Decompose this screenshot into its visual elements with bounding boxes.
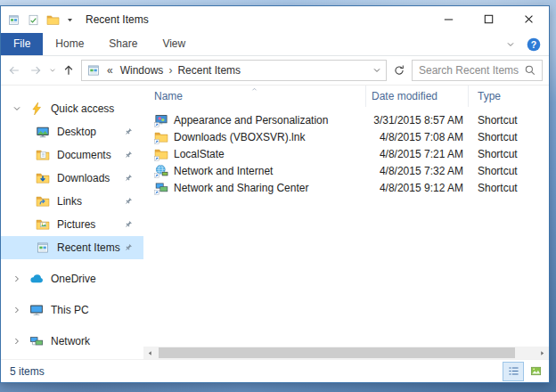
desktop-icon — [36, 125, 50, 139]
pin-icon[interactable] — [122, 173, 134, 184]
file-row[interactable]: Appearance and Personalization3/31/2015 … — [143, 111, 549, 128]
folder-link-icon — [36, 194, 50, 208]
details-view-icon — [507, 364, 520, 378]
horizontal-scrollbar[interactable] — [143, 347, 549, 359]
sidebar-item-links[interactable]: Links — [1, 190, 143, 213]
file-name: Appearance and Personalization — [174, 114, 328, 127]
recent-icon — [36, 241, 50, 255]
expand-ribbon-icon[interactable] — [506, 40, 515, 49]
pin-icon[interactable] — [122, 150, 134, 161]
file-name-cell: Network and Sharing Center — [143, 181, 366, 195]
ribbon-tab-home[interactable]: Home — [43, 33, 96, 55]
breadcrumb-item-windows[interactable]: Windows — [116, 64, 168, 77]
breadcrumb: Windows›Recent Items — [116, 64, 245, 77]
file-date-modified: 4/8/2015 7:08 AM — [366, 131, 469, 143]
file-date-modified: 4/8/2015 9:12 AM — [366, 182, 469, 194]
file-name-cell: LocalState — [143, 147, 366, 161]
sort-ascending-icon[interactable] — [249, 86, 259, 92]
chevron-right-icon[interactable] — [12, 306, 21, 314]
window-title: Recent Items — [86, 13, 149, 26]
breadcrumb-separator: › — [168, 64, 172, 77]
desktop-wallpaper: Recent Items FileHomeShareView « Window — [0, 0, 556, 392]
ribbon-tab-share[interactable]: Share — [96, 33, 150, 55]
file-type: Shortcut — [469, 114, 549, 127]
items-count: 5 items — [10, 365, 45, 378]
chevron-down-icon[interactable] — [12, 104, 21, 113]
sidebar-item-this-pc[interactable]: This PC — [1, 298, 143, 322]
sidebar-item-pictures[interactable]: Pictures — [1, 213, 143, 236]
large-icons-view-button[interactable] — [525, 362, 546, 381]
ribbon-tab-file[interactable]: File — [1, 33, 43, 55]
up-button[interactable] — [58, 60, 79, 81]
breadcrumb-overflow[interactable]: « — [107, 64, 113, 77]
refresh-button[interactable] — [388, 60, 410, 81]
status-bar: 5 items — [1, 359, 549, 382]
scroll-right-arrow[interactable] — [536, 347, 549, 359]
help-icon[interactable] — [527, 37, 541, 52]
pin-icon[interactable] — [122, 242, 134, 254]
column-headers: NameDate modifiedType — [143, 86, 549, 107]
net-internet-icon — [154, 164, 168, 178]
folder-sc-icon — [154, 130, 168, 144]
ribbon-tabs: FileHomeShareView — [1, 33, 198, 55]
file-name: Downloads (VBOXSVR).lnk — [174, 131, 305, 143]
address-dropdown-icon[interactable] — [372, 66, 381, 75]
search-icon[interactable] — [524, 64, 536, 77]
chevron-right-icon[interactable] — [12, 337, 21, 346]
pin-icon[interactable] — [122, 127, 134, 138]
lightning-icon — [29, 102, 44, 116]
scroll-left-arrow[interactable] — [143, 347, 157, 359]
chevron-right-icon[interactable] — [12, 274, 21, 283]
window-controls — [429, 6, 549, 32]
forward-button[interactable] — [25, 60, 46, 81]
address-bar[interactable]: « Windows›Recent Items — [81, 60, 387, 81]
new-folder-icon[interactable] — [46, 13, 60, 27]
file-name-cell: Network and Internet — [143, 164, 366, 178]
search-box[interactable] — [412, 60, 543, 81]
back-button[interactable] — [4, 60, 25, 81]
sidebar-item-label: Network — [51, 335, 90, 347]
folder-sc-icon — [154, 147, 168, 161]
ribbon-tab-view[interactable]: View — [150, 33, 198, 55]
sidebar-item-network[interactable]: Network — [1, 330, 143, 353]
titlebar[interactable]: Recent Items — [1, 6, 549, 33]
sidebar-item-recent-items[interactable]: Recent Items — [1, 236, 143, 259]
column-header-type[interactable]: Type — [469, 86, 549, 107]
sidebar-item-downloads[interactable]: Downloads — [1, 167, 143, 190]
file-list: Appearance and Personalization3/31/2015 … — [143, 107, 549, 347]
scrollbar-thumb[interactable] — [159, 347, 515, 358]
file-row[interactable]: Network and Internet4/8/2015 7:32 AMShor… — [143, 162, 549, 179]
details-view-button[interactable] — [503, 362, 524, 381]
sidebar: Quick accessDesktopDocumentsDownloadsLin… — [1, 86, 143, 359]
sidebar-item-label: Documents — [57, 149, 111, 161]
sidebar-item-label: Downloads — [57, 172, 110, 184]
sidebar-item-label: Quick access — [51, 102, 114, 115]
scrollbar-track[interactable] — [157, 347, 536, 359]
search-input[interactable] — [413, 64, 524, 77]
network-icon — [29, 334, 44, 348]
file-row[interactable]: LocalState4/8/2015 7:21 AMShortcut — [143, 145, 549, 162]
recent-locations-dropdown[interactable] — [46, 60, 58, 81]
close-button[interactable] — [509, 6, 549, 32]
file-row[interactable]: Network and Sharing Center4/8/2015 9:12 … — [143, 179, 549, 196]
pin-icon[interactable] — [122, 196, 134, 208]
sidebar-item-onedrive[interactable]: OneDrive — [1, 267, 143, 290]
column-header-name[interactable]: Name — [143, 86, 366, 107]
file-row[interactable]: Downloads (VBOXSVR).lnk4/8/2015 7:08 AMS… — [143, 128, 549, 145]
sidebar-item-documents[interactable]: Documents — [1, 143, 143, 167]
sidebar-item-desktop[interactable]: Desktop — [1, 120, 143, 143]
qat-dropdown-caret-icon[interactable] — [66, 16, 74, 24]
minimize-button[interactable] — [429, 6, 469, 32]
file-name-cell: Appearance and Personalization — [143, 113, 366, 127]
properties-icon[interactable] — [27, 13, 40, 27]
location-icon — [86, 63, 101, 78]
pin-icon[interactable] — [122, 219, 134, 231]
content-pane: NameDate modifiedType Appearance and Per… — [143, 86, 549, 359]
column-header-date-modified[interactable]: Date modified — [366, 86, 469, 107]
sidebar-item-label: OneDrive — [51, 273, 96, 285]
address-bar-row: « Windows›Recent Items — [1, 56, 549, 86]
folder-doc-icon — [36, 148, 50, 162]
maximize-button[interactable] — [469, 6, 509, 32]
breadcrumb-item-recent-items[interactable]: Recent Items — [173, 64, 245, 77]
sidebar-item-quick-access[interactable]: Quick access — [1, 97, 143, 120]
